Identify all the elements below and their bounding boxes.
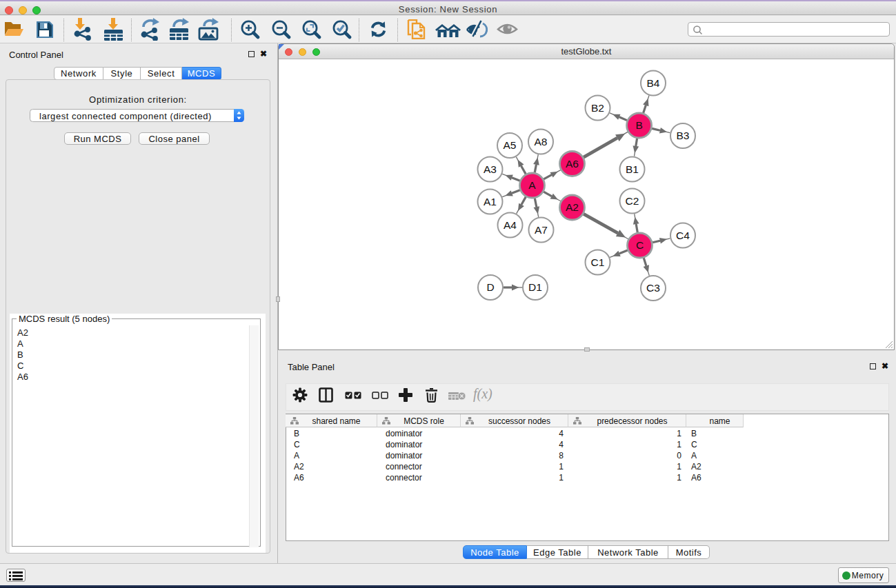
svg-text:A: A <box>528 179 536 191</box>
svg-text:A8: A8 <box>535 136 548 148</box>
svg-text:D: D <box>486 281 494 293</box>
svg-text:A1: A1 <box>484 196 497 207</box>
svg-text:A2: A2 <box>566 201 579 213</box>
svg-text:B: B <box>635 119 642 131</box>
svg-text:D1: D1 <box>528 281 542 293</box>
svg-text:C4: C4 <box>676 230 690 241</box>
svg-text:C3: C3 <box>646 282 660 294</box>
svg-text:B3: B3 <box>677 130 690 141</box>
svg-text:C2: C2 <box>626 195 639 207</box>
svg-text:B2: B2 <box>591 102 604 114</box>
svg-text:A5: A5 <box>504 139 517 151</box>
svg-text:A7: A7 <box>535 224 548 236</box>
svg-text:A4: A4 <box>504 219 517 231</box>
svg-text:B1: B1 <box>626 163 639 175</box>
svg-text:C1: C1 <box>591 256 605 268</box>
svg-text:B4: B4 <box>647 77 660 89</box>
svg-text:A6: A6 <box>566 158 579 170</box>
svg-text:A3: A3 <box>484 163 497 175</box>
svg-text:C: C <box>636 239 644 251</box>
